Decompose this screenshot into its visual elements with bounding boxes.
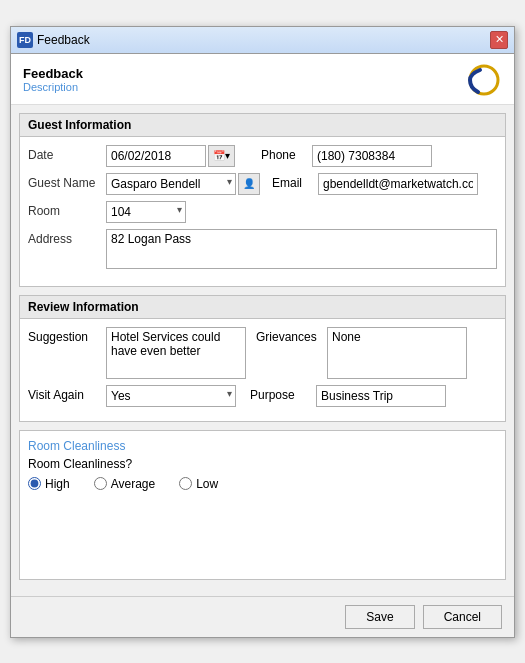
guest-lookup-button[interactable]: 👤 — [238, 173, 260, 195]
date-calendar-button[interactable]: 📅▾ — [208, 145, 235, 167]
guest-name-label: Guest Name — [28, 173, 100, 190]
radio-low-label: Low — [196, 477, 218, 491]
address-input[interactable]: 82 Logan Pass — [106, 229, 497, 269]
phone-label: Phone — [261, 145, 306, 162]
radio-low[interactable]: Low — [179, 477, 218, 491]
room-label: Room — [28, 201, 100, 218]
header-title: Feedback — [23, 66, 83, 81]
cleanliness-section: Room Cleanliness Room Cleanliness? High … — [19, 430, 506, 580]
room-select[interactable]: 104 — [106, 201, 186, 223]
visit-again-select[interactable]: Yes No — [106, 385, 236, 407]
header-subtitle[interactable]: Description — [23, 81, 83, 93]
review-section-body: Suggestion Hotel Services could have eve… — [20, 319, 505, 421]
cleanliness-title: Room Cleanliness — [28, 439, 497, 453]
cleanliness-question: Room Cleanliness? — [28, 457, 497, 471]
visitagain-purpose-row: Visit Again Yes No Purpose — [28, 385, 497, 407]
guest-name-select[interactable]: Gasparo Bendell — [106, 173, 236, 195]
window-title: Feedback — [37, 33, 90, 47]
guest-name-group: Gasparo Bendell 👤 — [106, 173, 260, 195]
cancel-button[interactable]: Cancel — [423, 605, 502, 629]
save-button[interactable]: Save — [345, 605, 414, 629]
visit-again-label: Visit Again — [28, 385, 100, 402]
date-group: 📅▾ — [106, 145, 235, 167]
date-input[interactable] — [106, 145, 206, 167]
window-icon: FD — [17, 32, 33, 48]
header-text-group: Feedback Description — [23, 66, 83, 93]
purpose-input[interactable] — [316, 385, 446, 407]
title-bar-left: FD Feedback — [17, 32, 90, 48]
review-section-header: Review Information — [20, 296, 505, 319]
grievances-label: Grievances — [256, 327, 321, 344]
empty-space — [28, 491, 497, 571]
radio-average[interactable]: Average — [94, 477, 155, 491]
suggestion-grievances-row: Suggestion Hotel Services could have eve… — [28, 327, 497, 379]
buttons-bar: Save Cancel — [11, 596, 514, 637]
radio-average-label: Average — [111, 477, 155, 491]
address-label: Address — [28, 229, 100, 246]
radio-average-input[interactable] — [94, 477, 107, 490]
guestname-email-row: Guest Name Gasparo Bendell 👤 Email — [28, 173, 497, 195]
radio-high-input[interactable] — [28, 477, 41, 490]
title-bar: FD Feedback ✕ — [11, 27, 514, 54]
radio-low-input[interactable] — [179, 477, 192, 490]
radio-high-label: High — [45, 477, 70, 491]
feedback-window: FD Feedback ✕ Feedback Description Guest… — [10, 26, 515, 638]
window-header: Feedback Description — [11, 54, 514, 105]
suggestion-label: Suggestion — [28, 327, 100, 344]
purpose-label: Purpose — [250, 385, 310, 402]
company-logo — [462, 62, 502, 98]
guest-section-header: Guest Information — [20, 114, 505, 137]
room-select-wrapper: 104 — [106, 201, 186, 223]
radio-high[interactable]: High — [28, 477, 70, 491]
suggestion-input[interactable]: Hotel Services could have even better — [106, 327, 246, 379]
cleanliness-radio-group: High Average Low — [28, 477, 497, 491]
guest-name-select-wrapper: Gasparo Bendell — [106, 173, 236, 195]
date-phone-row: Date 📅▾ Phone — [28, 145, 497, 167]
guest-section-body: Date 📅▾ Phone Guest Name Gasparo Bende — [20, 137, 505, 286]
review-section: Review Information Suggestion Hotel Serv… — [19, 295, 506, 422]
address-wrapper: 82 Logan Pass — [106, 229, 497, 272]
grievances-input[interactable]: None — [327, 327, 467, 379]
phone-input[interactable] — [312, 145, 432, 167]
email-input[interactable] — [318, 173, 478, 195]
date-label: Date — [28, 145, 100, 162]
room-row: Room 104 — [28, 201, 497, 223]
address-row: Address 82 Logan Pass — [28, 229, 497, 272]
close-button[interactable]: ✕ — [490, 31, 508, 49]
guest-section: Guest Information Date 📅▾ Phone Guest Na… — [19, 113, 506, 287]
visit-again-select-wrapper: Yes No — [106, 385, 236, 407]
email-label: Email — [272, 173, 312, 190]
window-body: Guest Information Date 📅▾ Phone Guest Na… — [11, 105, 514, 596]
